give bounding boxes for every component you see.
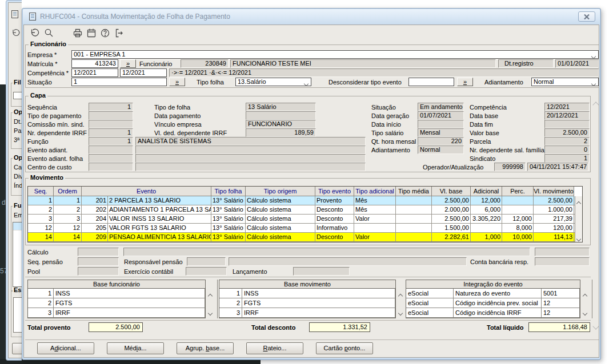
matricula-lookup-button[interactable]: » — [120, 59, 136, 68]
column-header-tipo-folha[interactable]: Tipo folha — [211, 187, 246, 196]
list-cell: 2 — [28, 298, 54, 308]
scroll-up-icon[interactable] — [577, 200, 580, 207]
help-icon[interactable] — [99, 27, 111, 39]
conta-bancaria-field — [535, 257, 590, 266]
cell-vl_base: 2.500,00 — [432, 215, 471, 223]
adiantamento-combobox[interactable]: Normal — [531, 78, 599, 86]
list-item[interactable]: 2FGTS — [28, 298, 205, 308]
desconsiderar-lookup-button[interactable]: » — [457, 78, 473, 86]
dt-registro-field: 01/01/2021 — [555, 59, 599, 68]
capa-wide-field — [135, 163, 366, 171]
competencia-from-input[interactable]: 12/2021 — [71, 68, 118, 77]
movimento-row[interactable]: 33204VALOR INSS 13 SALARIO13° SalárioCál… — [28, 215, 582, 224]
list-item[interactable]: eSocialCódigo incidência IRRF12 — [406, 308, 580, 318]
base-funcionario-scroll-up-icon[interactable] — [209, 292, 212, 299]
movimento-row[interactable]: 112012 PARCELA 13 SALARIO13° SalárioCálc… — [28, 196, 582, 205]
exit-icon[interactable] — [113, 27, 125, 39]
capa-label-data-fim: Data fim — [470, 121, 543, 128]
situacao-input[interactable]: 1 — [71, 78, 167, 86]
list-item[interactable]: eSocialCódigo incidência prev. social12 — [406, 298, 580, 308]
agrup-base-button[interactable]: Agrup. base... — [177, 342, 234, 354]
operador-code-field: 999998 — [494, 163, 526, 171]
search-icon[interactable] — [43, 27, 55, 39]
calendar-icon[interactable] — [86, 27, 97, 39]
integracao-evento-scroll-up-icon[interactable] — [583, 292, 587, 299]
list-item[interactable]: 3IRRF — [219, 308, 395, 318]
capa-label-nr-dependente-irrf: Nr. dependente IRRF — [27, 130, 87, 137]
cartao-ponto-button[interactable]: Cartão ponto... — [316, 342, 373, 354]
competencia-to-input[interactable]: 12/2021 — [120, 68, 167, 77]
movimento-row[interactable]: 1212205VALOR FGTS 13 SALARIO13° SalárioC… — [28, 224, 582, 233]
movimento-row[interactable]: 1414209PENSAO ALIMENTICIA 13 SALARIO13° … — [28, 233, 582, 242]
print-icon[interactable] — [72, 27, 83, 39]
adicional-button[interactable]: Adicional... — [37, 342, 94, 354]
base-funcionario-scroll-down-icon[interactable] — [209, 309, 212, 316]
column-header-tipo-origem[interactable]: Tipo origem — [246, 187, 315, 196]
list-cell: FGTS — [54, 298, 205, 308]
calculo-desc-field — [123, 248, 530, 256]
column-header-perc[interactable]: Perc. — [502, 187, 534, 196]
list-item[interactable]: 2FGTS — [219, 298, 395, 308]
movimento-table-header: Seq.OrdemEventoTipo folhaTipo origemTipo… — [28, 187, 582, 196]
capa-label-valor-base: Valor base — [470, 130, 543, 137]
media-button[interactable]: Média... — [107, 342, 164, 354]
capa-label-funcao: Função — [27, 138, 87, 145]
close-button[interactable] — [578, 11, 595, 22]
bg-button[interactable] — [12, 343, 22, 354]
list-item[interactable]: 1INSS — [28, 289, 205, 298]
capa-field-situacao: Em andamento — [418, 103, 464, 111]
column-header-vl-base[interactable]: Vl. base — [432, 187, 471, 196]
column-header-tipo-adicional[interactable]: Tipo adicional — [354, 187, 396, 196]
dialog-window: RHUFC004 - Consulta Movimentação de Folh… — [22, 8, 601, 360]
background-window-panel: FilOpDt.Pa3ªOpCaDivÍndFuEmEs — [8, 2, 22, 358]
capa-field-data-base: 20/12/2021 — [544, 111, 590, 120]
capa-field-comissao-min-sind — [89, 120, 133, 128]
base-movimento-scroll-down-icon[interactable] — [399, 309, 402, 316]
undo-icon[interactable] — [29, 27, 40, 39]
dialog-content: Funcionário Empresa * 001 - EMPRESA 1 Ma… — [23, 25, 599, 358]
exercicio-contabil-field — [186, 267, 227, 276]
cell-seq: 1 — [28, 196, 54, 205]
capa-label-situacao: Situação — [371, 104, 416, 111]
column-header-seq[interactable]: Seq. — [28, 187, 54, 196]
bg-group-item: 3ª — [14, 136, 19, 144]
column-header-tipo-evento[interactable]: Tipo evento — [315, 187, 354, 196]
empresa-combobox[interactable]: 001 - EMPRESA 1 — [71, 50, 599, 59]
integracao-evento-scroll-down-icon[interactable] — [583, 309, 587, 316]
capa-label-data-inicio: Data início — [371, 121, 416, 128]
matricula-input[interactable]: 413243 — [71, 59, 118, 68]
base-movimento-scroll-up-icon[interactable] — [399, 292, 402, 299]
tipo-folha-combobox[interactable]: 13.Salário — [235, 78, 311, 86]
tipo-folha-value: 13.Salário — [238, 78, 266, 85]
tipo-folha-label: Tipo folha — [197, 79, 224, 86]
cell-perc — [502, 205, 534, 214]
bg-group-label: Op — [13, 108, 22, 116]
lancamento-label: Lançamento — [233, 268, 267, 276]
column-header-ordem[interactable]: Ordem — [54, 187, 82, 196]
list-item[interactable]: 3IRRF — [28, 308, 205, 318]
base-movimento-title: Base movimento — [219, 280, 395, 289]
column-header-tipo-media[interactable]: Tipo média — [396, 187, 432, 196]
cell-ordem: 2 — [54, 205, 82, 214]
scroll-down-icon[interactable] — [577, 235, 580, 242]
column-header-adicional[interactable]: Adicional — [471, 187, 502, 196]
list-cell: 12 — [542, 308, 580, 317]
list-item[interactable]: 1INSS — [219, 289, 395, 298]
column-header-vl-movimento[interactable]: Vl. movimento — [534, 187, 574, 196]
dialog-scroll-down-icon[interactable] — [594, 323, 598, 330]
capa-field-centro-de-custo — [89, 163, 133, 171]
capa-label-sindicato: Sindicato — [470, 155, 543, 163]
cell-tipo_folha: 13° Salário — [211, 196, 246, 205]
situacao-lookup-button[interactable]: » — [169, 78, 185, 86]
bg-listbox-selected-row[interactable] — [13, 223, 22, 230]
list-item[interactable]: eSocialNatureza do evento5001 — [406, 289, 580, 298]
movimento-row[interactable]: 22202ADIANTAMENTO 1 PARCELA 13 SA13° Sal… — [28, 205, 582, 215]
movimento-scrollbar[interactable] — [575, 196, 582, 242]
rateio-button[interactable]: Rateio... — [246, 342, 303, 354]
list-cell: FGTS — [242, 298, 395, 308]
capa-label-qt-hora-mensal: Qt. hora mensal — [371, 138, 416, 145]
column-header-evento[interactable]: Evento — [82, 187, 211, 196]
cell-tipo_adicional: Valor — [354, 215, 396, 223]
desconsiderar-input[interactable] — [408, 78, 454, 86]
dialog-scroll-up-icon[interactable] — [594, 102, 598, 108]
